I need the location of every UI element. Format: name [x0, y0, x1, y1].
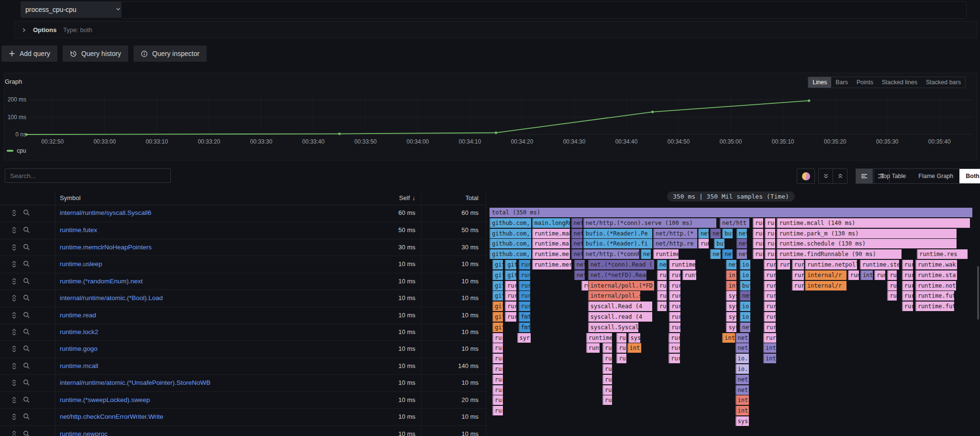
flame-block[interactable]: rur	[753, 218, 763, 228]
flame-block[interactable]: rur	[505, 302, 516, 311]
flame-block[interactable]: io.	[735, 354, 749, 363]
draw-mode-bars[interactable]: Bars	[831, 77, 852, 88]
flame-block[interactable]: git	[492, 260, 503, 269]
flame-block[interactable]: github.com,	[490, 218, 531, 228]
flame-block[interactable]: rur	[492, 364, 503, 374]
symbol-link[interactable]: runtime.read	[60, 312, 96, 319]
flame-block[interactable]: net/htt	[720, 218, 749, 228]
flame-block[interactable]: int	[763, 343, 776, 353]
flame-block[interactable]: rur	[765, 218, 775, 228]
symbol-link[interactable]: runtime.lock2	[60, 328, 98, 335]
flame-block[interactable]: runtime.schedule (130 ms)	[777, 239, 956, 248]
flame-block[interactable]: net/http.(*connRea	[583, 249, 639, 259]
flame-block[interactable]: runtime	[669, 260, 695, 269]
search-icon[interactable]	[23, 260, 31, 268]
flame-block[interactable]: rur	[657, 291, 667, 301]
search-icon[interactable]	[23, 244, 31, 251]
sandwich-view-icon[interactable]	[11, 362, 18, 370]
data-point[interactable]	[808, 100, 810, 102]
flame-block[interactable]: runtime.not	[915, 281, 956, 291]
flame-block[interactable]: rur	[669, 281, 680, 291]
flame-block[interactable]: git	[492, 291, 503, 301]
flame-block[interactable]: net	[574, 260, 585, 269]
flame-block[interactable]: rur	[657, 302, 667, 311]
flame-block[interactable]: net	[571, 249, 582, 259]
flame-block[interactable]: rur	[669, 291, 680, 301]
flame-block[interactable]: bufio.(*Reader).fi	[583, 239, 652, 248]
options-row[interactable]: Options Type: both	[14, 21, 977, 38]
sandwich-view-icon[interactable]	[11, 312, 18, 319]
flame-block[interactable]: rur	[519, 281, 530, 291]
flame-block[interactable]: runtime.findRunnable (90 ms)	[777, 249, 901, 259]
flame-block[interactable]: rur	[792, 270, 804, 280]
flame-block[interactable]: int	[735, 395, 749, 405]
search-icon[interactable]	[23, 209, 31, 217]
flame-block[interactable]: runtime.fut	[915, 302, 954, 311]
flame-block[interactable]: runtime.mer	[532, 260, 572, 269]
flame-block[interactable]: inte	[860, 270, 873, 280]
sandwich-view-icon[interactable]	[11, 379, 18, 387]
flame-block[interactable]: io.	[735, 364, 749, 374]
flame-block[interactable]: git	[492, 270, 503, 280]
search-icon[interactable]	[23, 226, 31, 234]
data-point[interactable]	[25, 133, 28, 135]
flame-block[interactable]: bufio.(*Reader).Pe	[583, 229, 652, 238]
flame-block[interactable]: rur	[492, 395, 503, 405]
flame-block[interactable]: rur	[765, 249, 775, 259]
flame-block[interactable]: rur	[764, 291, 776, 301]
flame-block[interactable]: github.com,	[490, 249, 531, 259]
flame-block[interactable]: git	[505, 270, 516, 280]
flame-block[interactable]: internal/r	[805, 270, 846, 280]
search-input[interactable]	[5, 168, 171, 183]
sandwich-view-icon[interactable]	[11, 328, 18, 336]
flame-block[interactable]: rur	[792, 260, 804, 269]
symbol-link[interactable]: runtime.mcall	[60, 362, 98, 369]
column-header-total[interactable]: Total	[466, 194, 479, 201]
chart-legend[interactable]: cpu	[7, 147, 26, 154]
flame-block[interactable]: net/http.(*conn).serve (100 ms)	[583, 218, 717, 228]
flame-block[interactable]: git	[492, 323, 503, 332]
flame-block[interactable]: net	[735, 375, 749, 384]
flame-block[interactable]: int	[722, 333, 735, 343]
flame-block[interactable]: rur	[902, 281, 913, 291]
query-history-button[interactable]: Query history	[63, 45, 128, 62]
flame-block[interactable]: net	[571, 229, 582, 238]
flame-block[interactable]: rur	[668, 343, 680, 353]
flame-block[interactable]: io.	[740, 312, 750, 322]
flame-block[interactable]: rur	[887, 291, 896, 301]
sandwich-view-icon[interactable]	[11, 278, 18, 285]
sandwich-view-icon[interactable]	[11, 260, 18, 268]
view-flame-graph[interactable]: Flame Graph	[912, 169, 959, 183]
flame-block[interactable]: rur	[602, 354, 612, 363]
flame-block[interactable]: io.	[740, 302, 750, 311]
flame-block[interactable]: net	[736, 249, 747, 259]
flame-block[interactable]: net.(*netFD).Read	[588, 270, 646, 280]
flame-block[interactable]: runtime.mal	[532, 239, 570, 248]
flame-block[interactable]: net	[710, 229, 721, 238]
flame-block[interactable]: net	[735, 343, 749, 353]
flame-block[interactable]: rur	[602, 395, 612, 405]
flame-block[interactable]: rur	[902, 270, 913, 280]
flame-block[interactable]: net	[740, 291, 750, 301]
flame-block[interactable]: rur	[505, 312, 516, 322]
flame-block[interactable]: rur	[616, 354, 626, 363]
draw-mode-stacked-bars[interactable]: Stacked bars	[922, 77, 965, 88]
sandwich-view-icon[interactable]	[11, 430, 18, 436]
query-inspector-button[interactable]: Query inspector	[134, 45, 207, 62]
flame-block[interactable]: rur	[753, 229, 763, 238]
flame-block[interactable]: net	[722, 249, 733, 259]
add-query-button[interactable]: Add query	[1, 45, 57, 62]
flame-block[interactable]: rur	[669, 323, 680, 332]
flame-block[interactable]: sys	[726, 291, 736, 301]
symbol-link[interactable]: runtime.memclrNoHeapPointers	[60, 244, 152, 251]
sandwich-view-icon[interactable]	[11, 413, 18, 421]
flame-block[interactable]: github.com,	[490, 229, 531, 238]
flame-block[interactable]: runtime.sta	[915, 270, 957, 280]
flame-block[interactable]: buf	[740, 281, 750, 291]
search-icon[interactable]	[23, 379, 31, 387]
flame-block[interactable]: rur	[519, 270, 530, 280]
time-series-chart[interactable]: 200 ms100 ms0 ns00:32:5000:33:0000:33:10…	[0, 91, 980, 147]
flame-block[interactable]: net	[736, 229, 747, 238]
symbol-link[interactable]: runtime.(*sweepLocked).sweep	[60, 396, 150, 403]
flame-block[interactable]: syscall.read (4	[588, 312, 652, 322]
